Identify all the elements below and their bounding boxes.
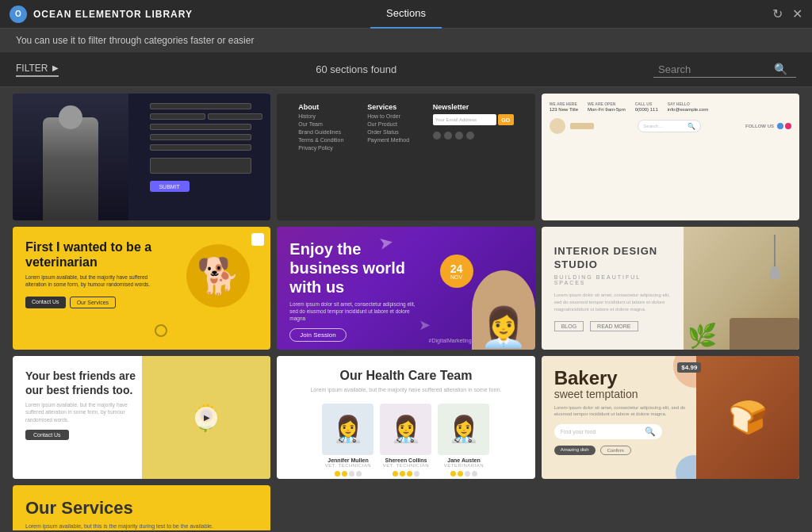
team-dot-2d (414, 471, 419, 477)
card-vet[interactable]: ✎ First I wanted to be a veterinarian Lo… (13, 227, 270, 350)
card-header-info[interactable]: WE ARE HERE 123 New Title WE ARE OPEN Mo… (542, 94, 799, 220)
vet-btn-services[interactable]: Our Services (70, 297, 116, 308)
newsletter-placeholder: Your Email Address (435, 117, 477, 122)
about-link-4: Terms & Condition (298, 137, 343, 143)
lamp-shade (770, 266, 779, 279)
search-icon: 🔍 (774, 63, 787, 75)
plant-decor: 🌿 (688, 322, 717, 350)
bakery-price: $4.99 (677, 362, 701, 373)
vet-btn-contact[interactable]: Contact Us (25, 297, 66, 308)
submit-label: SUBMIT (159, 184, 179, 189)
interior-btn1[interactable]: BLOG (554, 321, 584, 331)
header-search-icon: 🔍 (688, 123, 695, 130)
info-call-us-val: 0(000) 111 (635, 107, 658, 112)
team-role-1: VET. TECHNICIAN (322, 463, 373, 468)
card-bakery[interactable]: Bakery sweet temptation Lorem ipsum dolo… (542, 356, 799, 479)
lamp-cord (774, 235, 776, 266)
footer-col-services: Services How to Order Our Product Order … (367, 103, 409, 143)
logo-circle: O (10, 6, 27, 23)
social-icons-row (433, 132, 514, 140)
filter-arrow-icon: ▶ (52, 63, 59, 72)
pet-title: Your best friends are our best friends t… (25, 369, 142, 397)
interior-btn2[interactable]: READ MORE (590, 321, 638, 331)
sections-grid: SUBMIT About History Our Team Brand Guid… (0, 87, 812, 530)
bakery-search-bar: Find your food 🔍 (554, 424, 662, 439)
tab-sections[interactable]: Sections (370, 0, 442, 29)
bakery-btn2[interactable]: Confirm (600, 446, 631, 455)
card-digital-marketing[interactable]: ➤ Enjoy the business world with us Lorem… (277, 227, 534, 350)
play-icon: ▶ (204, 413, 210, 422)
logo-initial: O (15, 10, 21, 18)
filter-label: FILTER (16, 63, 48, 74)
team-dot-3a (450, 471, 456, 477)
services-link-1: How to Order (367, 113, 409, 119)
about-link-3: Brand Guidelines (298, 129, 343, 135)
card-dark-form[interactable]: SUBMIT (13, 94, 270, 220)
card-interior-design[interactable]: INTERIOR DESIGN STUDIO BUILDING BEAUTIFU… (542, 227, 799, 350)
card-our-services[interactable]: Our Services Lorem ipsum available, but … (13, 485, 270, 530)
info-say-hello-val: info@example.com (668, 107, 708, 112)
header-logo-text (570, 123, 594, 129)
social-icon-4 (466, 132, 474, 140)
dm-date-month: NOV (450, 274, 462, 280)
logo: O OCEAN ELEMENTOR LIBRARY (10, 6, 193, 23)
team-name-1: Jennifer Mullen (322, 457, 373, 463)
pet-btn[interactable]: Contact Us (25, 430, 69, 440)
bakery-search-text: Find your food (561, 429, 642, 434)
about-link-1: History (298, 113, 343, 119)
services-link-2: Our Product (367, 121, 409, 127)
card-footer-links[interactable]: About History Our Team Brand Guidelines … (277, 94, 534, 220)
team-role-2: VET. TECHNICIAN (380, 463, 431, 468)
info-we-are-here-val: 123 New Title (550, 107, 578, 112)
dm-join-btn[interactable]: Join Session (289, 328, 346, 342)
team-dot-2b (400, 471, 405, 477)
team-dot-1c (349, 471, 354, 477)
dm-hashtag: #DigitalMarketing (429, 338, 472, 343)
header-search[interactable]: Search... 🔍 (638, 120, 701, 132)
health-text: Lorem ipsum available, but the majority … (289, 386, 522, 394)
team-name-2: Shereen Collins (380, 457, 431, 463)
dm-date-badge: 24 NOV (440, 255, 473, 288)
footer-col-newsletter: Newsletter Your Email Address GO (433, 103, 514, 140)
dm-arrow-decor: ➤ (377, 232, 395, 255)
furniture-sideboard (730, 318, 799, 350)
social-icon-2 (444, 132, 452, 140)
services-link-3: Order Status (367, 129, 409, 135)
team-dot-2a (393, 471, 398, 477)
card-pet-friends[interactable]: Your best friends are our best friends t… (13, 356, 270, 479)
info-call-us-label: CALL US (635, 101, 658, 106)
interior-room-image: 🌿 (684, 227, 799, 350)
about-link-5: Privacy Policy (298, 145, 343, 151)
bakery-subtitle: sweet temptation (554, 388, 689, 400)
bakery-btn1[interactable]: Amazing dish (554, 446, 596, 455)
services-col-title: Services (367, 103, 409, 111)
team-dot-1d (356, 471, 362, 477)
card-health-team[interactable]: Our Health Care Team Lorem ipsum availab… (277, 356, 534, 479)
toolbar: FILTER ▶ 60 sections found 🔍 (0, 52, 812, 87)
vet-title: First I wanted to be a veterinarian (25, 239, 153, 270)
team-dot-3c (465, 471, 470, 477)
dm-text: Lorem ipsum dolor sit amet, consectetur … (289, 300, 417, 322)
close-icon[interactable]: ✕ (792, 6, 802, 21)
team-member-1: 👩‍⚕️ Jennifer Mullen VET. TECHNICIAN (322, 404, 373, 477)
bakery-text: Lorem ipsum dolor sit amet, consectetur … (554, 404, 689, 418)
pet-image-area: 🌻 ▶ (142, 356, 271, 479)
team-dot-1a (335, 471, 340, 477)
info-say-hello-label: SAY HELLO (668, 101, 708, 106)
health-team-row: 👩‍⚕️ Jennifer Mullen VET. TECHNICIAN 👩‍⚕… (289, 404, 522, 477)
header-tabs: Sections (370, 0, 442, 29)
sections-count: 60 sections found (71, 63, 641, 75)
follow-us-label: FOLLOW US (745, 124, 774, 128)
pet-text: Lorem ipsum available, but the majority … (25, 401, 142, 423)
vet-dog-area: 🐕 (178, 236, 258, 331)
newsletter-col-title: Newsletter (433, 103, 514, 111)
dm-bottom-arrow: ➤ (419, 316, 431, 334)
social-follow-icons (777, 123, 791, 129)
bakery-food-emoji: 🍞 (728, 399, 768, 436)
team-role-3: VETERINARIAN (438, 463, 489, 468)
filter-button[interactable]: FILTER ▶ (16, 63, 59, 77)
search-input[interactable] (658, 63, 769, 75)
pet-play-btn[interactable]: ▶ (195, 407, 217, 429)
refresh-icon[interactable]: ↻ (772, 6, 783, 21)
header-search-placeholder: Search... (643, 124, 662, 128)
